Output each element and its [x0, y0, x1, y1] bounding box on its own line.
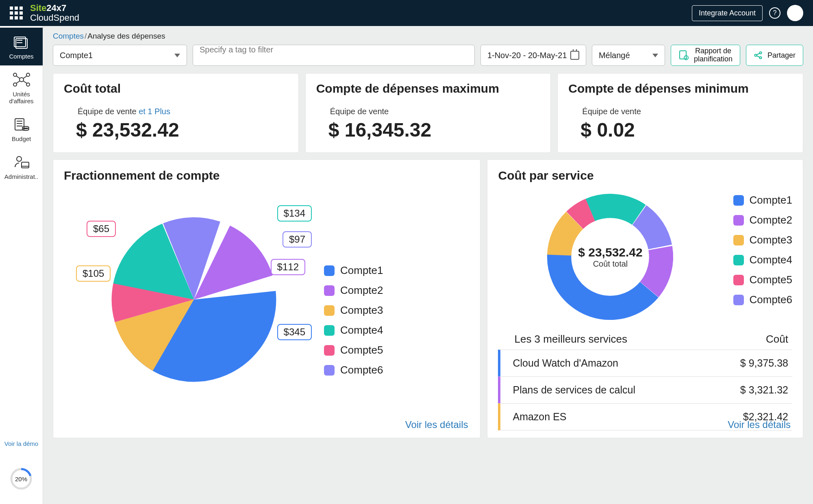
help-icon[interactable]: ?	[769, 7, 780, 19]
pie-callout: $97	[283, 231, 312, 248]
chevron-down-icon	[174, 54, 180, 57]
share-button[interactable]: Partager	[746, 45, 803, 66]
kpi-min-spend: Compte de dépenses minimum Équipe de ven…	[557, 73, 803, 153]
svg-rect-24	[680, 51, 686, 59]
sidebar-item-label: Comptes	[9, 53, 33, 60]
apps-icon[interactable]	[10, 7, 23, 20]
pie-callout: $105	[76, 265, 111, 282]
svg-point-19	[17, 156, 22, 161]
service-table-header: Les 3 meilleurs servicesCoût	[498, 324, 792, 350]
avatar[interactable]	[787, 5, 803, 21]
service-row: Cloud Watch d'Amazon$ 9,375.38	[498, 350, 792, 376]
sidebar: Comptes Unités d'affaires Budget Adminis…	[0, 26, 43, 504]
svg-rect-20	[22, 162, 29, 168]
sidebar-item-admin[interactable]: Administrat..	[0, 148, 43, 186]
integrate-account-button[interactable]: Integrate Account	[692, 5, 763, 21]
breadcrumb: Comptes/Analyse des dépenses	[43, 26, 813, 45]
sidebar-item-label: Budget	[12, 135, 31, 142]
service-donut: $ 23,532.42Coût total	[543, 190, 677, 324]
svg-line-27	[686, 58, 687, 59]
svg-line-9	[16, 76, 20, 78]
svg-line-31	[756, 53, 760, 55]
calendar-icon	[570, 51, 579, 60]
demo-link[interactable]: Voir la démo	[0, 440, 43, 447]
sidebar-item-unites[interactable]: Unités d'affaires	[0, 65, 43, 110]
cost-by-service-panel: Coût par service $ 23,532.42Coût total	[487, 159, 803, 438]
daterange-picker[interactable]: 1-Nov-20 - 20-May-21	[480, 45, 586, 66]
panel-title: Coût par service	[498, 169, 792, 182]
service-row: Plans de services de calcul$ 3,321.32	[498, 376, 792, 403]
kpi-title: Coût total	[64, 82, 288, 96]
account-split-pie: $345 $112 $97 $134 $65 $105	[64, 186, 324, 413]
chevron-down-icon	[652, 54, 658, 57]
kpi-total-cost: Coût total Équipe de vente et 1 Plus $ 2…	[53, 73, 299, 153]
svg-point-7	[13, 83, 17, 86]
split-legend: Compte1 Compte2 Compte3 Compte4 Compte5 …	[324, 264, 383, 384]
schedule-report-button[interactable]: Rapport deplanification	[671, 45, 740, 66]
kpi-title: Compte de dépenses minimum	[568, 82, 792, 96]
svg-line-12	[23, 81, 27, 83]
top-bar: Site24x7 CloudSpend Integrate Account ?	[0, 0, 813, 26]
sidebar-item-label: Administrat..	[4, 173, 38, 180]
view-details-link[interactable]: Voir les détails	[405, 419, 468, 430]
svg-point-5	[13, 73, 17, 76]
panel-title: Fractionnement de compte	[64, 169, 470, 182]
kpi-value: $ 0.02	[580, 119, 792, 141]
view-details-link[interactable]: Voir les détails	[728, 419, 791, 430]
progress-ring: 20%	[10, 467, 33, 490]
pie-callout: $345	[277, 324, 312, 340]
svg-point-8	[26, 83, 30, 86]
sidebar-item-label: Unités d'affaires	[2, 91, 41, 104]
main-content: Comptes/Analyse des dépenses Compte1 1-N…	[43, 26, 813, 504]
account-select[interactable]: Compte1	[53, 45, 187, 66]
kpi-max-spend: Compte de dépenses maximum Équipe de ven…	[305, 73, 551, 153]
brand-logo: Site24x7 CloudSpend	[30, 3, 79, 23]
tag-filter-input[interactable]	[193, 45, 475, 66]
svg-line-11	[16, 81, 20, 83]
kpi-value: $ 16,345.32	[328, 119, 540, 141]
report-icon	[678, 50, 689, 61]
svg-line-32	[756, 56, 760, 57]
share-icon	[754, 51, 763, 60]
breadcrumb-page: Analyse des dépenses	[87, 32, 165, 40]
kpi-title: Compte de dépenses maximum	[316, 82, 540, 96]
svg-point-6	[26, 73, 30, 76]
kpi-value: $ 23,532.42	[76, 119, 288, 141]
svg-line-10	[23, 76, 27, 78]
account-split-panel: Fractionnement de compte $345 $112	[53, 159, 480, 438]
sidebar-item-comptes[interactable]: Comptes	[0, 28, 43, 65]
pie-callout: $112	[271, 259, 305, 275]
breadcrumb-root[interactable]: Comptes	[53, 32, 84, 40]
blend-select[interactable]: Mélangé	[592, 45, 665, 66]
pie-callout: $134	[277, 205, 312, 222]
service-legend: Compte1 Compte2 Compte3 Compte4 Compte5 …	[733, 194, 793, 313]
filter-bar: Compte1 1-Nov-20 - 20-May-21 Mélangé Rap…	[43, 45, 813, 73]
pie-callout: $65	[87, 221, 116, 237]
sidebar-item-budget[interactable]: Budget	[0, 110, 43, 148]
svg-point-4	[20, 78, 24, 82]
kpi-sublink[interactable]: et 1 Plus	[139, 107, 170, 116]
